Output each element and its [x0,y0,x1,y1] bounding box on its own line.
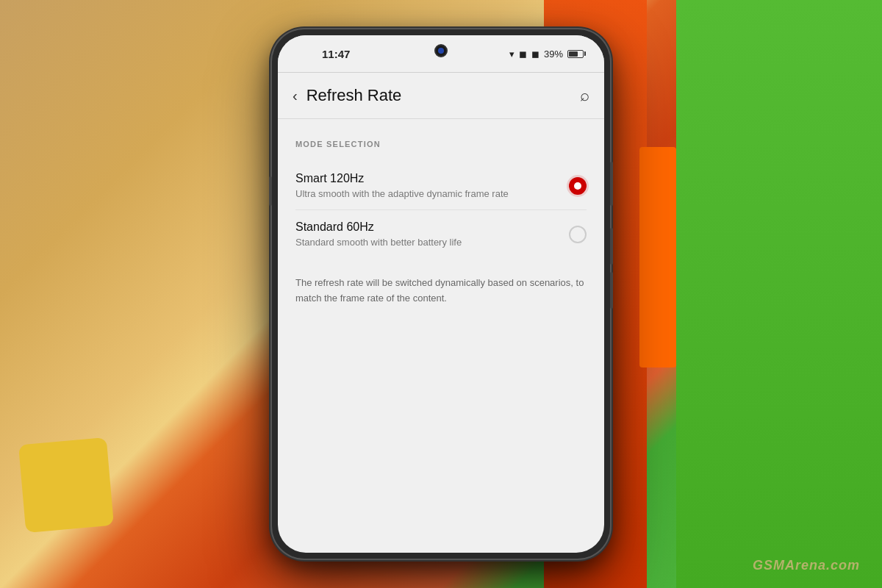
app-bar: ‹ Refresh Rate ⌕ [278,73,604,118]
bg-green-area [676,0,882,588]
volume-down-button [610,272,613,309]
section-label: MODE SELECTION [295,140,587,148]
status-icons: ▾ ◼ ◼ 39% [509,49,584,60]
content-area: MODE SELECTION Smart 120Hz Ultra smooth … [278,119,604,321]
back-button[interactable]: ‹ [293,87,298,104]
battery-text: 39% [544,49,563,60]
phone-screen: 11:47 ▾ ◼ ◼ 39% ‹ Refresh Rate ⌕ [278,35,604,553]
signal-icon-1: ◼ [519,49,527,60]
bg-yellow-box [18,437,114,533]
option-smart-120hz[interactable]: Smart 120Hz Ultra smooth with the adapti… [295,162,587,209]
volume-up-button [610,228,613,265]
option-smart-120hz-text: Smart 120Hz Ultra smooth with the adapti… [295,172,560,199]
battery-icon [567,50,584,58]
signal-icon-2: ◼ [531,49,539,60]
radio-standard-60hz[interactable] [569,226,587,243]
page-title: Refresh Rate [306,86,402,105]
phone-body: 11:47 ▾ ◼ ◼ 39% ‹ Refresh Rate ⌕ [272,29,610,559]
option-standard-60hz-subtitle: Standard smooth with better battery life [295,237,560,248]
camera-lens [438,48,444,54]
search-button[interactable]: ⌕ [580,86,589,105]
option-standard-60hz[interactable]: Standard 60Hz Standard smooth with bette… [295,210,587,258]
phone-device: 11:47 ▾ ◼ ◼ 39% ‹ Refresh Rate ⌕ [272,29,610,559]
radio-smart-120hz[interactable] [569,177,587,195]
option-smart-120hz-subtitle: Ultra smooth with the adaptive dynamic f… [295,188,560,199]
status-time: 11:47 [322,48,350,60]
option-smart-120hz-title: Smart 120Hz [295,172,560,185]
info-text: The refresh rate will be switched dynami… [295,276,587,306]
alert-slider-button [269,176,272,206]
option-standard-60hz-text: Standard 60Hz Standard smooth with bette… [295,220,560,248]
power-button [610,162,613,206]
option-standard-60hz-title: Standard 60Hz [295,220,560,234]
front-camera [434,44,448,57]
gsmarena-watermark: GSMArena.com [753,558,860,573]
bg-orange-strip [639,147,676,368]
wifi-icon: ▾ [509,49,514,60]
app-bar-left: ‹ Refresh Rate [293,86,401,105]
